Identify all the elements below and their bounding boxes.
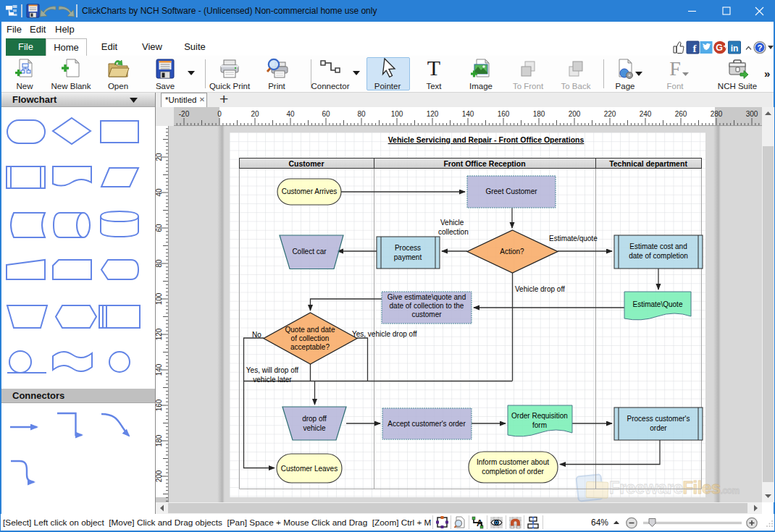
svg-text:Give estimate\quote and: Give estimate\quote and	[388, 293, 466, 301]
svg-text:260: 260	[675, 110, 687, 118]
svg-text:acceptable?: acceptable?	[290, 343, 330, 351]
svg-text:FreewareFiles.com: FreewareFiles.com	[609, 478, 740, 497]
svg-text:160: 160	[498, 110, 510, 118]
svg-text:100: 100	[156, 292, 163, 305]
svg-text:80: 80	[357, 110, 366, 118]
svg-text:180: 180	[156, 434, 163, 447]
svg-text:Action?: Action?	[500, 248, 524, 256]
svg-text:Front Office Reception: Front Office Reception	[443, 159, 525, 168]
svg-text:240: 240	[640, 110, 652, 118]
svg-text:80: 80	[156, 259, 163, 268]
svg-text:220: 220	[604, 110, 616, 118]
svg-text:100: 100	[391, 110, 403, 118]
svg-text:Yes, vehicle drop off: Yes, vehicle drop off	[352, 330, 417, 338]
svg-text:vehicle: vehicle	[303, 424, 326, 432]
svg-text:Quote and date: Quote and date	[285, 326, 335, 334]
svg-text:order: order	[650, 424, 667, 432]
svg-text:form: form	[532, 421, 547, 429]
svg-text:140: 140	[462, 110, 474, 118]
svg-text:collection: collection	[438, 228, 469, 236]
svg-text:160: 160	[156, 399, 163, 411]
svg-text:120: 120	[156, 328, 163, 340]
svg-text:Estimate\Quote: Estimate\Quote	[633, 300, 683, 308]
svg-text:Order Requisition: Order Requisition	[511, 412, 568, 420]
svg-text:140: 140	[156, 363, 163, 376]
svg-text:Customer Arrives: Customer Arrives	[282, 187, 338, 195]
svg-text:40: 40	[156, 188, 163, 197]
svg-text:Vehicle: Vehicle	[440, 219, 464, 227]
svg-text:280: 280	[711, 110, 723, 118]
svg-text:300: 300	[746, 110, 758, 118]
svg-text:Process: Process	[395, 244, 421, 252]
svg-text:200: 200	[156, 470, 163, 482]
svg-text:Vehicle Servicing and Repair -: Vehicle Servicing and Repair - Front Off…	[388, 135, 585, 144]
svg-text:120: 120	[427, 110, 439, 118]
svg-text:T: T	[427, 58, 440, 80]
svg-text:No: No	[252, 331, 261, 339]
svg-text:Estimate cost and: Estimate cost and	[629, 242, 687, 250]
svg-text:payment: payment	[394, 253, 422, 261]
svg-text:in: in	[731, 43, 739, 54]
svg-text:A: A	[477, 518, 483, 528]
svg-text:date of completion: date of completion	[629, 252, 688, 260]
svg-text:Process customer's: Process customer's	[627, 415, 690, 423]
svg-text:40: 40	[286, 110, 295, 118]
svg-text:date of collection to the: date of collection to the	[390, 302, 464, 310]
svg-text:Vehicle drop off: Vehicle drop off	[515, 285, 565, 293]
svg-text:200: 200	[569, 110, 581, 118]
svg-text:drop off: drop off	[302, 415, 327, 423]
svg-text:Customer Leaves: Customer Leaves	[281, 465, 338, 473]
svg-text:Technical department: Technical department	[609, 159, 687, 168]
svg-text:-20: -20	[179, 110, 190, 118]
svg-text:F: F	[669, 58, 681, 80]
svg-text:of collection: of collection	[291, 334, 330, 342]
svg-text:180: 180	[533, 110, 545, 118]
svg-text:Estimate/quote: Estimate/quote	[549, 235, 598, 242]
svg-text:?: ?	[757, 43, 762, 52]
svg-text:Accept customer's order: Accept customer's order	[388, 420, 466, 428]
svg-text:customer: customer	[411, 311, 442, 318]
svg-text:20: 20	[251, 110, 259, 118]
svg-text:60: 60	[156, 224, 163, 232]
svg-text:vehicle later: vehicle later	[253, 376, 292, 384]
svg-text:60: 60	[322, 110, 330, 118]
svg-text:Yes, will drop off: Yes, will drop off	[246, 366, 298, 374]
svg-text:0: 0	[217, 110, 222, 118]
svg-text:G: G	[716, 43, 723, 53]
svg-text:completion of order: completion of order	[482, 468, 544, 476]
svg-text:Inform customer about: Inform customer about	[477, 458, 549, 466]
svg-text:Customer: Customer	[288, 159, 324, 168]
svg-text:Greet Customer: Greet Customer	[485, 187, 537, 195]
svg-text:Collect car: Collect car	[292, 248, 327, 256]
svg-text:20: 20	[156, 153, 163, 161]
